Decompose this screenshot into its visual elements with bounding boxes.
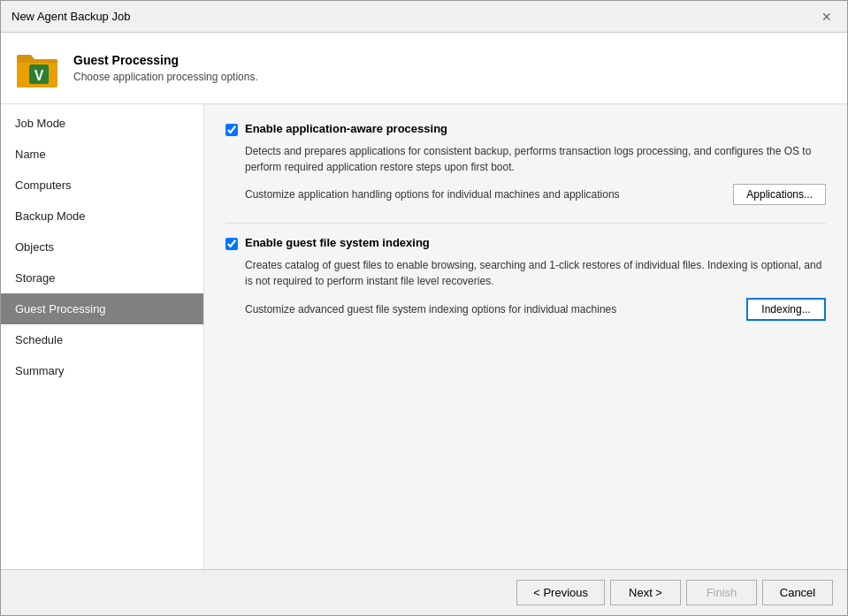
header-heading: Guest Processing bbox=[73, 53, 258, 67]
close-button[interactable]: ✕ bbox=[817, 7, 837, 27]
sidebar-item-backup-mode[interactable]: Backup Mode bbox=[1, 201, 203, 232]
app-aware-section: Enable application-aware processing Dete… bbox=[225, 122, 826, 205]
dialog-title: New Agent Backup Job bbox=[11, 10, 130, 23]
app-aware-checkbox-row: Enable application-aware processing bbox=[225, 122, 826, 136]
guest-indexing-section: Enable guest file system indexing Create… bbox=[225, 236, 826, 321]
header-section: V Guest Processing Choose application pr… bbox=[1, 33, 847, 104]
guest-indexing-description: Creates catalog of guest files to enable… bbox=[245, 257, 826, 289]
veeam-icon: V bbox=[15, 45, 61, 91]
app-aware-customize-text: Customize application handling options f… bbox=[245, 188, 620, 201]
sidebar-item-job-mode[interactable]: Job Mode bbox=[1, 108, 203, 139]
guest-indexing-label: Enable guest file system indexing bbox=[245, 236, 430, 249]
guest-indexing-checkbox[interactable] bbox=[225, 238, 238, 250]
header-text: Guest Processing Choose application proc… bbox=[73, 53, 258, 83]
sidebar: Job Mode Name Computers Backup Mode Obje… bbox=[1, 104, 204, 569]
sidebar-item-summary[interactable]: Summary bbox=[1, 355, 203, 386]
cancel-button[interactable]: Cancel bbox=[762, 580, 833, 605]
sidebar-item-objects[interactable]: Objects bbox=[1, 232, 203, 262]
dialog: New Agent Backup Job ✕ V Guest Processin… bbox=[0, 0, 848, 616]
indexing-button[interactable]: Indexing... bbox=[746, 298, 826, 321]
app-aware-label: Enable application-aware processing bbox=[245, 122, 447, 135]
sidebar-item-storage[interactable]: Storage bbox=[1, 262, 203, 293]
guest-indexing-customize-text: Customize advanced guest file system ind… bbox=[245, 303, 616, 316]
footer: < Previous Next > Finish Cancel bbox=[1, 569, 847, 615]
sidebar-item-computers[interactable]: Computers bbox=[1, 170, 203, 201]
applications-button[interactable]: Applications... bbox=[733, 184, 826, 205]
sidebar-item-schedule[interactable]: Schedule bbox=[1, 324, 203, 355]
finish-button[interactable]: Finish bbox=[686, 580, 757, 605]
guest-indexing-customize-row: Customize advanced guest file system ind… bbox=[245, 298, 826, 321]
app-aware-checkbox[interactable] bbox=[225, 124, 238, 136]
header-subheading: Choose application processing options. bbox=[73, 71, 258, 83]
section-divider bbox=[225, 223, 826, 224]
app-aware-customize-row: Customize application handling options f… bbox=[245, 184, 826, 205]
guest-indexing-checkbox-row: Enable guest file system indexing bbox=[225, 236, 826, 250]
main-content: Job Mode Name Computers Backup Mode Obje… bbox=[1, 104, 847, 569]
sidebar-item-name[interactable]: Name bbox=[1, 139, 203, 170]
title-bar: New Agent Backup Job ✕ bbox=[1, 1, 847, 33]
app-aware-description: Detects and prepares applications for co… bbox=[245, 143, 826, 175]
svg-rect-1 bbox=[17, 59, 57, 63]
previous-button[interactable]: < Previous bbox=[516, 580, 605, 605]
svg-text:V: V bbox=[34, 68, 44, 83]
sidebar-item-guest-processing[interactable]: Guest Processing bbox=[1, 293, 203, 324]
next-button[interactable]: Next > bbox=[610, 580, 681, 605]
content-area: Enable application-aware processing Dete… bbox=[204, 104, 847, 569]
